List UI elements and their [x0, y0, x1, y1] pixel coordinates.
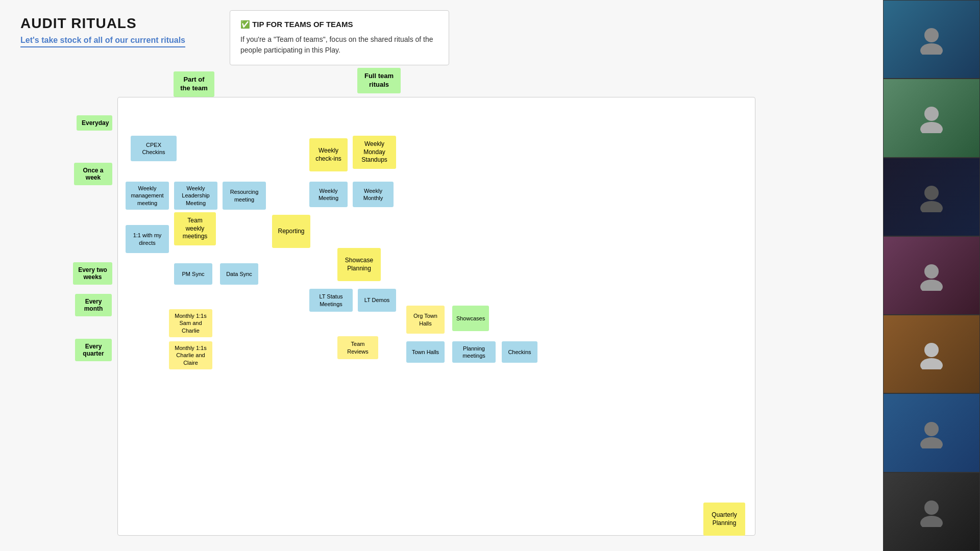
sticky-weekly-mgmt[interactable]: Weekly management meeting — [126, 182, 169, 210]
svg-point-5 — [920, 201, 943, 212]
sticky-weekly-monthly[interactable]: Weekly Monthly — [353, 182, 394, 207]
tip-title-text: TIP FOR TEAMS OF TEAMS — [252, 20, 353, 29]
video-tile-7 — [883, 472, 980, 551]
row-label-every-quarter: Every quarter — [75, 337, 112, 363]
sticky-reporting[interactable]: Reporting — [272, 215, 310, 248]
video-tile-6 — [883, 393, 980, 472]
sticky-weekly-meeting[interactable]: Weekly Meeting — [309, 182, 348, 207]
sticky-checkins[interactable]: Checkins — [502, 341, 537, 363]
row-label-every-month: Every month — [75, 294, 112, 316]
sticky-pm-sync[interactable]: PM Sync — [174, 263, 212, 285]
sticky-monthly-sam[interactable]: Monthly 1:1s Sam and Charlie — [169, 309, 212, 337]
svg-point-1 — [920, 43, 943, 55]
video-tile-2 — [883, 79, 980, 157]
sticky-data-sync[interactable]: Data Sync — [220, 263, 258, 285]
svg-point-4 — [924, 186, 939, 200]
avatar-2 — [884, 79, 979, 157]
svg-point-13 — [920, 516, 943, 527]
video-tile-5 — [883, 315, 980, 393]
svg-point-11 — [920, 437, 943, 448]
row-label-everyday: Everyday — [77, 110, 112, 136]
sticky-cpex[interactable]: CPEX Checkins — [131, 136, 177, 161]
sticky-weekly-checkins[interactable]: Weekly check-ins — [309, 138, 348, 171]
video-tile-1 — [883, 0, 980, 79]
sticky-planning-meetings[interactable]: Planning meetings — [452, 341, 496, 363]
page-subtitle: Let's take stock of all of our current r… — [20, 36, 185, 47]
board-area: CPEX Checkins Weekly management meeting … — [117, 97, 755, 536]
sticky-showcases[interactable]: Showcases — [452, 306, 489, 331]
sticky-quarterly-planning[interactable]: Quarterly Planning — [703, 503, 745, 536]
tip-body: If you're a "Team of teams", focus on th… — [240, 34, 438, 56]
sticky-org-town-halls[interactable]: Org Town Halls — [406, 306, 445, 334]
avatar-3 — [884, 158, 979, 236]
col-label-part: Part of the team — [174, 71, 214, 97]
svg-point-3 — [920, 122, 943, 133]
video-tile-4 — [883, 236, 980, 315]
sticky-team-reviews[interactable]: Team Reviews — [337, 336, 378, 359]
sticky-weekly-leadership[interactable]: Weekly Leadership Meeting — [174, 182, 217, 210]
sticky-town-halls[interactable]: Town Halls — [406, 341, 445, 363]
svg-point-12 — [924, 500, 939, 515]
sticky-lt-status[interactable]: LT Status Meetings — [309, 289, 353, 312]
svg-point-2 — [924, 107, 939, 121]
row-label-two-weeks: Every two weeks — [73, 260, 112, 287]
avatar-5 — [884, 315, 979, 393]
avatar-4 — [884, 237, 979, 314]
svg-point-8 — [924, 343, 939, 357]
sticky-lt-demos[interactable]: LT Demos — [358, 289, 396, 312]
svg-point-7 — [920, 280, 943, 291]
svg-point-0 — [924, 28, 939, 42]
tip-title: ✅ TIP FOR TEAMS OF TEAMS — [240, 20, 438, 29]
sticky-one-on-one[interactable]: 1:1 with my directs — [126, 225, 169, 253]
svg-point-6 — [924, 264, 939, 279]
video-sidebar — [883, 0, 980, 551]
avatar-7 — [884, 473, 979, 550]
tip-icon: ✅ — [240, 20, 250, 29]
video-tile-3 — [883, 158, 980, 236]
sticky-monthly-charlie[interactable]: Monthly 1:1s Charlie and Claire — [169, 341, 212, 369]
sticky-team-weekly[interactable]: Team weekly meetings — [174, 212, 216, 245]
svg-point-9 — [920, 358, 943, 369]
col-label-full: Full team rituals — [357, 68, 401, 93]
avatar-1 — [884, 1, 979, 78]
sticky-weekly-monday[interactable]: Weekly Monday Standups — [353, 136, 396, 169]
avatar-6 — [884, 394, 979, 471]
main-content: AUDIT RITUALS Let's take stock of all of… — [0, 0, 883, 551]
sticky-showcase-planning[interactable]: Showcase Planning — [337, 248, 381, 281]
tip-box: ✅ TIP FOR TEAMS OF TEAMS If you're a "Te… — [230, 10, 449, 65]
svg-point-10 — [924, 422, 939, 436]
sticky-resourcing[interactable]: Resourcing meeting — [223, 182, 266, 210]
row-label-once-week: Once a week — [74, 161, 112, 187]
